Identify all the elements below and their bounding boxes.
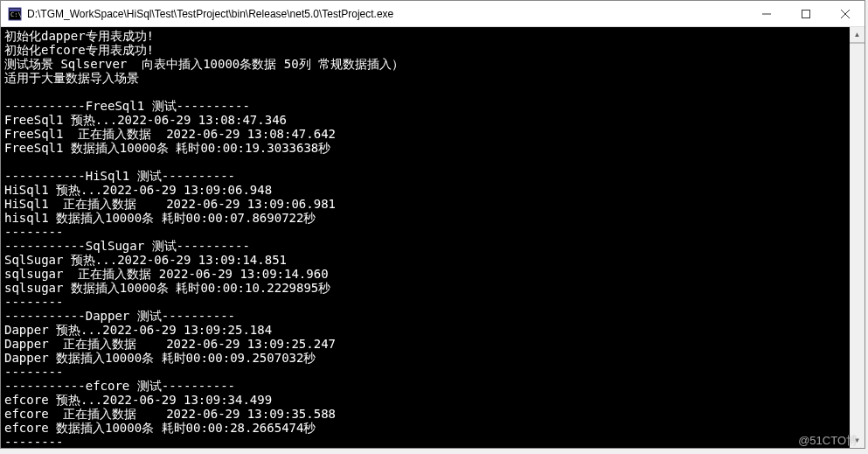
close-button[interactable] [825, 1, 865, 26]
scroll-thumb[interactable] [850, 42, 865, 44]
console-output[interactable]: 初始化dapper专用表成功! 初始化efcore专用表成功! 测试场景 Sql… [1, 27, 865, 448]
minimize-button[interactable] [746, 1, 786, 26]
svg-rect-4 [802, 10, 809, 17]
scroll-up-button[interactable]: ▲ [850, 27, 865, 42]
window-controls [746, 1, 865, 26]
vertical-scrollbar[interactable]: ▲ ▼ [850, 27, 865, 448]
svg-text:C:\: C:\ [10, 11, 22, 18]
window-title: D:\TGM_WorkSpace\HiSql\Test\TestProject\… [27, 8, 746, 20]
maximize-button[interactable] [786, 1, 825, 26]
watermark: @51CTO博 [798, 433, 858, 449]
app-icon: C:\ [8, 7, 22, 21]
scroll-track[interactable] [850, 42, 865, 433]
titlebar[interactable]: C:\ D:\TGM_WorkSpace\HiSql\Test\TestProj… [1, 1, 865, 27]
console-window: C:\ D:\TGM_WorkSpace\HiSql\Test\TestProj… [0, 0, 865, 449]
